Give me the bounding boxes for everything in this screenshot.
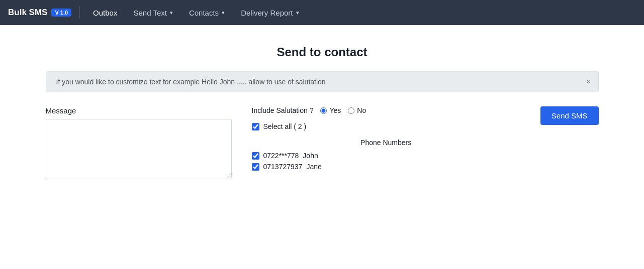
contact-checkbox-1[interactable] — [252, 152, 259, 160]
nav-delivery-report[interactable]: Delivery Report ▾ — [236, 6, 304, 20]
no-radio-label[interactable]: No — [348, 106, 366, 114]
nav-divider — [79, 7, 80, 19]
contact-name-1: John — [303, 152, 318, 160]
yes-radio[interactable] — [320, 107, 327, 114]
nav-outbox[interactable]: Outbox — [88, 6, 122, 20]
contact-checkbox-2[interactable] — [252, 163, 259, 171]
no-radio[interactable] — [348, 107, 354, 114]
form-area: Message Include Salutation ? Yes No S — [46, 106, 599, 179]
select-all-row: Select all ( 2 ) — [252, 122, 520, 130]
alert-close-button[interactable]: × — [586, 77, 591, 86]
contact-phone-2: 0713727937 — [263, 163, 303, 171]
message-column: Message — [46, 106, 232, 179]
salutation-label: Include Salutation ? — [252, 106, 314, 114]
options-column: Include Salutation ? Yes No Select all (… — [252, 106, 520, 171]
chevron-down-icon: ▾ — [222, 10, 225, 16]
send-sms-button[interactable]: Send SMS — [540, 106, 599, 125]
contact-name-2: Jane — [306, 163, 321, 171]
yes-label: Yes — [329, 106, 341, 114]
select-all-checkbox[interactable] — [252, 123, 259, 130]
phone-numbers-title: Phone Numbers — [252, 139, 520, 147]
nav-contacts[interactable]: Contacts ▾ — [184, 6, 230, 20]
message-label: Message — [46, 106, 232, 115]
yes-radio-label[interactable]: Yes — [320, 106, 341, 114]
chevron-down-icon: ▾ — [170, 10, 173, 16]
version-badge: V 1.0 — [51, 9, 71, 17]
alert-banner: If you would like to customize text for … — [46, 71, 599, 92]
contact-row-1: 0722***778 John — [252, 152, 520, 160]
no-label: No — [357, 106, 366, 114]
phone-numbers-section: Phone Numbers 0722***778 John 0713727937… — [252, 139, 520, 171]
contact-phone-1: 0722***778 — [263, 152, 299, 160]
navbar: Bulk SMS V 1.0 Outbox Send Text ▾ Contac… — [0, 0, 644, 25]
salutation-row: Include Salutation ? Yes No — [252, 106, 520, 114]
select-all-label: Select all ( 2 ) — [263, 122, 307, 130]
send-column: Send SMS — [540, 106, 599, 125]
brand-text: Bulk SMS — [8, 8, 47, 18]
message-textarea[interactable] — [46, 119, 232, 179]
brand: Bulk SMS V 1.0 — [8, 8, 71, 18]
chevron-down-icon: ▾ — [296, 10, 299, 16]
main-content: Send to contact If you would like to cus… — [0, 25, 644, 189]
alert-text: If you would like to customize text for … — [56, 78, 326, 86]
nav-send-text[interactable]: Send Text ▾ — [128, 6, 177, 20]
page-title: Send to contact — [277, 45, 367, 59]
contact-row-2: 0713727937 Jane — [252, 163, 520, 171]
